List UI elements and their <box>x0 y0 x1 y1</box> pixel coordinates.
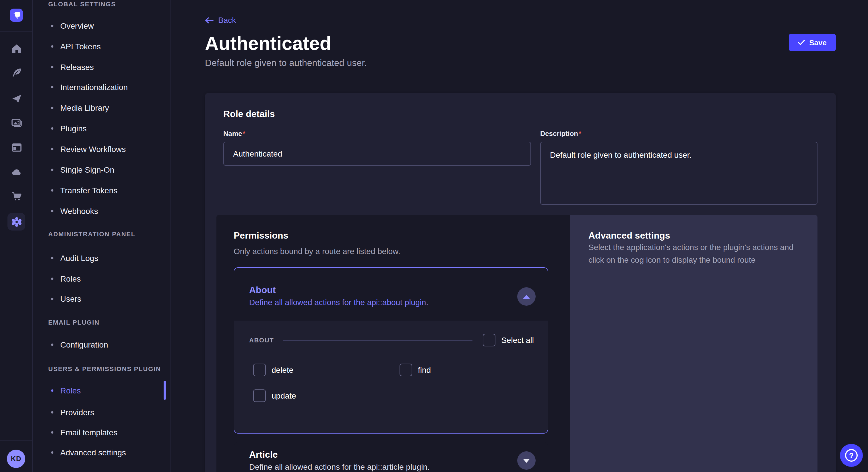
bullet-icon <box>51 148 53 150</box>
sidebar-item-review-workflows[interactable]: Review Workflows <box>48 142 126 156</box>
nav-section-email-plugin: EMAIL PLUGIN <box>48 319 100 326</box>
avatar[interactable]: KD <box>7 450 25 468</box>
action-update: update <box>253 390 296 402</box>
select-all-label: Select all <box>501 336 534 345</box>
accordion-about: About Define all allowed actions for the… <box>234 267 548 434</box>
find-checkbox[interactable] <box>400 364 412 376</box>
help-button[interactable]: ? <box>840 444 863 467</box>
bullet-icon <box>51 257 53 259</box>
back-link[interactable]: Back <box>205 15 236 25</box>
accordion-article-title: Article <box>249 450 278 460</box>
check-icon <box>798 40 805 45</box>
cloud-icon[interactable] <box>0 162 33 182</box>
chevron-down-icon <box>523 459 530 463</box>
bullet-icon <box>51 210 53 212</box>
bullet-icon <box>51 169 53 171</box>
bullet-icon <box>51 66 53 68</box>
sidebar-item-configuration[interactable]: Configuration <box>48 338 108 351</box>
settings-subnav: GLOBAL SETTINGS Overview API Tokens Rele… <box>33 0 171 472</box>
bullet-icon <box>51 431 53 434</box>
sidebar-item-providers[interactable]: Providers <box>48 405 94 419</box>
content-type-builder-plane-icon[interactable] <box>0 88 33 109</box>
name-field[interactable] <box>223 142 531 166</box>
bullet-icon <box>51 107 53 109</box>
permissions-title: Permissions <box>234 231 288 241</box>
main-nav-rail: KD <box>0 0 33 472</box>
required-asterisk: * <box>579 130 581 138</box>
advanced-settings-title: Advanced settings <box>588 231 670 241</box>
purchases-cart-icon[interactable] <box>0 186 33 206</box>
marketplace-layout-icon[interactable] <box>0 137 33 158</box>
save-button[interactable]: Save <box>788 34 836 51</box>
sidebar-item-webhooks[interactable]: Webhooks <box>48 204 98 218</box>
required-asterisk: * <box>243 130 245 138</box>
delete-checkbox[interactable] <box>253 364 266 376</box>
home-icon[interactable] <box>0 38 33 59</box>
accordion-about-header[interactable]: About Define all allowed actions for the… <box>234 268 548 321</box>
sidebar-item-plugins[interactable]: Plugins <box>48 122 87 135</box>
action-delete: delete <box>253 364 293 376</box>
sidebar-item-email-templates[interactable]: Email templates <box>48 426 117 439</box>
chevron-up-icon <box>523 295 530 299</box>
sidebar-item-transfer-tokens[interactable]: Transfer Tokens <box>48 183 117 197</box>
update-label: update <box>272 391 296 400</box>
sidebar-item-internationalization[interactable]: Internationalization <box>48 80 128 94</box>
action-find: find <box>400 364 431 376</box>
nav-section-administration-panel: ADMINISTRATION PANEL <box>48 231 135 237</box>
description-label: Description* <box>540 130 581 138</box>
sidebar-item-admin-users[interactable]: Users <box>48 292 81 306</box>
name-label: Name* <box>223 130 245 138</box>
sidebar-item-audit-logs[interactable]: Audit Logs <box>48 251 98 265</box>
sidebar-item-releases[interactable]: Releases <box>48 60 94 74</box>
sidebar-item-media-library[interactable]: Media Library <box>48 101 109 115</box>
bullet-icon <box>51 278 53 280</box>
update-checkbox[interactable] <box>253 390 266 402</box>
description-field[interactable]: Default role given to authenticated user… <box>540 142 817 205</box>
accordion-about-body: ABOUT Select all delete <box>234 321 548 434</box>
strapi-logo[interactable] <box>10 9 23 22</box>
sidebar-item-up-roles[interactable]: Roles <box>48 384 81 398</box>
role-details-title: Role details <box>223 109 275 119</box>
content-manager-feather-icon[interactable] <box>0 63 33 83</box>
permissions-panel: Permissions Only actions bound by a rout… <box>216 215 570 472</box>
main-content: Back Authenticated Default role given to… <box>171 0 868 472</box>
bullet-icon <box>51 390 53 392</box>
find-label: find <box>418 365 431 374</box>
bullet-icon <box>51 25 53 27</box>
bullet-icon <box>51 86 53 88</box>
sidebar-item-single-sign-on[interactable]: Single Sign-On <box>48 163 114 177</box>
sidebar-item-api-tokens[interactable]: API Tokens <box>48 40 101 53</box>
advanced-settings-panel: Advanced settings Select the application… <box>570 215 817 472</box>
sidebar-item-up-advanced-settings[interactable]: Advanced settings <box>48 446 126 460</box>
nav-section-global-settings: GLOBAL SETTINGS <box>48 1 116 7</box>
expand-button[interactable] <box>517 451 536 470</box>
accordion-article[interactable]: Article Define all allowed actions for t… <box>234 442 548 472</box>
permissions-subtitle: Only actions bound by a route are listed… <box>234 247 400 256</box>
back-label: Back <box>218 15 236 25</box>
strapi-admin-app: KD GLOBAL SETTINGS Overview API Tokens R… <box>0 0 868 472</box>
active-item-indicator <box>164 381 166 400</box>
nav-section-users-permissions-plugin: USERS & PERMISSIONS PLUGIN <box>48 365 161 372</box>
delete-label: delete <box>272 365 293 374</box>
media-library-icon[interactable] <box>0 112 33 133</box>
page-title: Authenticated <box>205 33 331 55</box>
bullet-icon <box>51 127 53 130</box>
bullet-icon <box>51 411 53 413</box>
accordion-article-description: Define all allowed actions for the api::… <box>249 462 430 471</box>
sidebar-item-admin-roles[interactable]: Roles <box>48 272 81 285</box>
rail-divider-bottom <box>0 440 33 441</box>
group-divider <box>283 340 472 340</box>
bullet-icon <box>51 189 53 192</box>
about-group-row: ABOUT Select all <box>249 334 534 346</box>
advanced-settings-text: Select the application's actions or the … <box>588 241 796 266</box>
bullet-icon <box>51 298 53 300</box>
sidebar-item-overview[interactable]: Overview <box>48 19 94 33</box>
question-mark-icon: ? <box>845 449 858 462</box>
settings-gear-icon[interactable] <box>7 213 25 231</box>
bullet-icon <box>51 343 53 346</box>
permissions-split: Permissions Only actions bound by a rout… <box>216 215 817 472</box>
collapse-button[interactable] <box>517 287 536 306</box>
bullet-icon <box>51 45 53 47</box>
rail-divider <box>0 31 33 32</box>
select-all-checkbox[interactable] <box>483 334 495 346</box>
